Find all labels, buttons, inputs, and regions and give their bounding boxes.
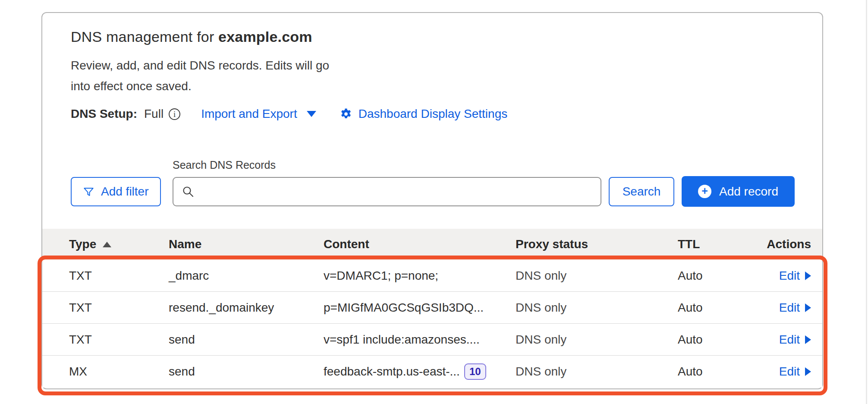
table-row: MX send feedback-smtp.us-east-...10 DNS …	[42, 356, 822, 388]
column-header-proxy-status[interactable]: Proxy status	[516, 237, 678, 251]
cell-content: p=MIGfMA0GCSqGSIb3DQ...	[324, 301, 516, 315]
add-record-label: Add record	[719, 185, 778, 199]
dashboard-display-label: Dashboard Display Settings	[359, 107, 508, 121]
column-header-type[interactable]: Type	[42, 237, 169, 251]
chevron-right-icon	[805, 271, 811, 280]
cell-type: TXT	[42, 269, 169, 283]
sort-ascending-icon	[103, 242, 111, 247]
plus-icon: +	[698, 185, 711, 198]
cell-proxy-status: DNS only	[516, 333, 678, 347]
priority-badge: 10	[464, 363, 486, 380]
add-filter-label: Add filter	[101, 185, 149, 199]
column-header-type-label: Type	[69, 237, 96, 251]
dns-setup-label: DNS Setup:	[71, 107, 137, 121]
cell-actions: Edit	[760, 365, 822, 379]
cell-actions: Edit	[760, 333, 822, 347]
cell-ttl: Auto	[678, 365, 760, 379]
scrollbar-track[interactable]	[866, 0, 867, 404]
search-label: Search DNS Records	[173, 159, 276, 171]
page-title: DNS management for example.com	[71, 28, 312, 45]
info-icon-glyph: i	[173, 110, 176, 118]
cell-type: TXT	[42, 333, 169, 347]
content-text: feedback-smtp.us-east-...	[324, 365, 460, 379]
table-header-row: Type Name Content Proxy status TTL Actio…	[42, 229, 822, 260]
dns-records-table: Type Name Content Proxy status TTL Actio…	[42, 229, 822, 388]
search-button[interactable]: Search	[609, 177, 674, 206]
cell-name: resend._domainkey	[169, 301, 324, 315]
cell-content: v=spf1 include:amazonses....	[324, 333, 516, 347]
cell-ttl: Auto	[678, 333, 760, 347]
edit-record-link[interactable]: Edit	[779, 365, 811, 379]
cell-actions: Edit	[760, 269, 822, 283]
import-export-link[interactable]: Import and Export	[201, 107, 316, 121]
cell-content: feedback-smtp.us-east-...10	[324, 363, 516, 380]
cell-name: send	[169, 365, 324, 379]
dns-management-card: DNS management for example.com Review, a…	[41, 12, 823, 389]
dashboard-display-settings-link[interactable]: Dashboard Display Settings	[340, 107, 508, 121]
search-icon	[181, 185, 195, 199]
info-icon[interactable]: i	[169, 108, 180, 120]
content-text: p=MIGfMA0GCSqGSIb3DQ...	[324, 301, 484, 315]
cell-ttl: Auto	[678, 269, 760, 283]
chevron-down-icon	[307, 111, 316, 117]
edit-record-link[interactable]: Edit	[779, 269, 811, 283]
cell-proxy-status: DNS only	[516, 269, 678, 283]
cell-ttl: Auto	[678, 301, 760, 315]
edit-label: Edit	[779, 301, 800, 315]
import-export-label: Import and Export	[201, 107, 297, 121]
cell-name: send	[169, 333, 324, 347]
cell-type: TXT	[42, 301, 169, 315]
column-header-actions: Actions	[760, 237, 822, 251]
gear-icon	[340, 107, 352, 120]
dns-setup-value: Full	[144, 107, 164, 121]
add-record-button[interactable]: + Add record	[682, 176, 795, 207]
search-box	[173, 177, 601, 206]
chevron-right-icon	[805, 335, 811, 344]
content-text: v=DMARC1; p=none;	[324, 269, 438, 283]
content-text: v=spf1 include:amazonses....	[324, 333, 480, 347]
table-row: TXT send v=spf1 include:amazonses.... DN…	[42, 324, 822, 356]
edit-label: Edit	[779, 269, 800, 283]
cell-proxy-status: DNS only	[516, 301, 678, 315]
add-filter-button[interactable]: Add filter	[71, 177, 161, 206]
plus-icon-glyph: +	[701, 186, 708, 196]
table-row: TXT resend._domainkey p=MIGfMA0GCSqGSIb3…	[42, 292, 822, 324]
chevron-right-icon	[805, 303, 811, 312]
edit-record-link[interactable]: Edit	[779, 333, 811, 347]
cell-proxy-status: DNS only	[516, 365, 678, 379]
filter-icon	[83, 186, 94, 198]
edit-record-link[interactable]: Edit	[779, 301, 811, 315]
dns-setup-row: DNS Setup: Full i Import and Export Dash…	[71, 107, 507, 121]
edit-label: Edit	[779, 365, 800, 379]
cell-content: v=DMARC1; p=none;	[324, 269, 516, 283]
column-header-ttl[interactable]: TTL	[678, 237, 760, 251]
edit-label: Edit	[779, 333, 800, 347]
cell-name: _dmarc	[169, 269, 324, 283]
page-title-domain: example.com	[218, 28, 312, 45]
page-subtitle: Review, add, and edit DNS records. Edits…	[71, 55, 343, 97]
search-input[interactable]	[195, 179, 601, 205]
column-header-content[interactable]: Content	[324, 237, 516, 251]
column-header-name[interactable]: Name	[169, 237, 324, 251]
table-row: TXT _dmarc v=DMARC1; p=none; DNS only Au…	[42, 260, 822, 292]
cell-actions: Edit	[760, 301, 822, 315]
page-title-prefix: DNS management for	[71, 28, 218, 45]
chevron-right-icon	[805, 367, 811, 376]
cell-type: MX	[42, 365, 169, 379]
